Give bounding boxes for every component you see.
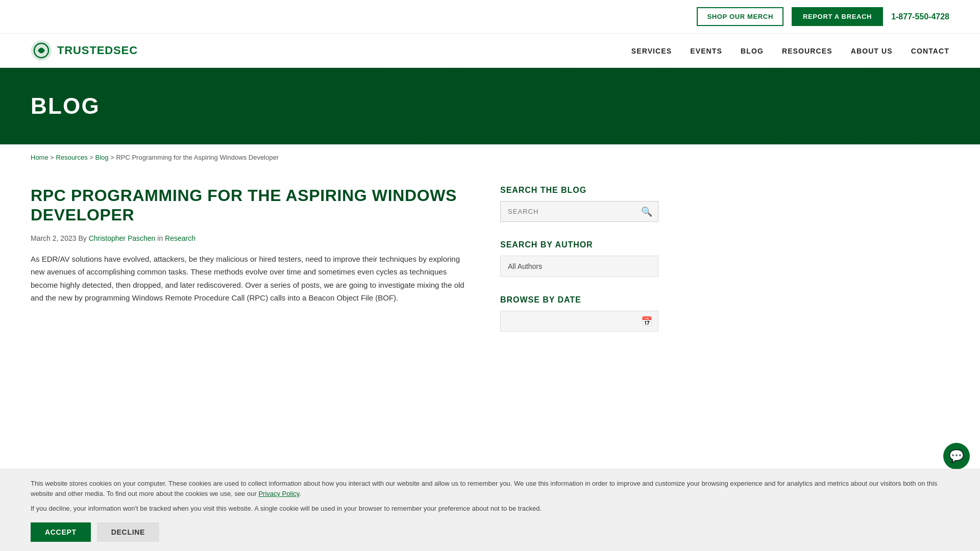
author-select[interactable]: All Authors <box>500 256 658 277</box>
nav-blog[interactable]: BLOG <box>741 47 764 55</box>
nav-about[interactable]: ABOUT US <box>851 47 893 55</box>
main-nav: TrustedSec SERVICES EVENTS BLOG RESOURCE… <box>0 34 980 68</box>
hero-title: BLOG <box>31 93 949 119</box>
article-body: As EDR/AV solutions have evolved, attack… <box>31 253 475 305</box>
breadcrumb-resources[interactable]: Resources <box>56 154 88 161</box>
svg-point-2 <box>39 48 43 53</box>
author-heading: SEARCH BY AUTHOR <box>500 240 658 249</box>
nav-links: SERVICES EVENTS BLOG RESOURCES ABOUT US … <box>631 46 949 55</box>
article-date: March 2, 2023 <box>31 234 77 242</box>
article-category[interactable]: Research <box>165 234 195 242</box>
date-browse-section: BROWSE BY DATE 📅 <box>500 295 658 332</box>
article-meta: March 2, 2023 By Christopher Paschen in … <box>31 234 475 242</box>
shop-merch-button[interactable]: SHOP OUR MERCH <box>697 7 783 26</box>
breadcrumb-current: RPC Programming for the Aspiring Windows… <box>116 154 279 161</box>
report-breach-button[interactable]: REPORT A BREACH <box>792 7 883 26</box>
article-author-prefix: By <box>78 234 86 242</box>
search-box: 🔍 <box>500 201 658 222</box>
sidebar: SEARCH THE BLOG 🔍 SEARCH BY AUTHOR All A… <box>500 186 658 350</box>
breadcrumb-home[interactable]: Home <box>31 154 48 161</box>
date-input[interactable] <box>500 311 658 332</box>
breadcrumb-sep-1: > <box>50 154 56 161</box>
search-blog-section: SEARCH THE BLOG 🔍 <box>500 186 658 222</box>
logo-text: TrustedSec <box>57 44 138 57</box>
article-title: RPC PROGRAMMING FOR THE ASPIRING WINDOWS… <box>31 186 475 225</box>
nav-contact[interactable]: CONTACT <box>911 47 949 55</box>
calendar-icon[interactable]: 📅 <box>641 316 652 327</box>
nav-events[interactable]: EVENTS <box>690 47 722 55</box>
main-article: RPC PROGRAMMING FOR THE ASPIRING WINDOWS… <box>31 186 475 350</box>
nav-services[interactable]: SERVICES <box>631 47 672 55</box>
search-blog-heading: SEARCH THE BLOG <box>500 186 658 195</box>
logo[interactable]: TrustedSec <box>31 40 138 61</box>
breadcrumb: Home > Resources > Blog > RPC Programmin… <box>0 144 980 170</box>
date-input-wrap: 📅 <box>500 311 658 332</box>
content-wrapper: RPC PROGRAMMING FOR THE ASPIRING WINDOWS… <box>0 170 715 381</box>
article-category-prefix: in <box>157 234 163 242</box>
hero-banner: BLOG <box>0 68 980 144</box>
author-search-section: SEARCH BY AUTHOR All Authors <box>500 240 658 277</box>
phone-number[interactable]: 1-877-550-4728 <box>891 12 949 21</box>
search-input[interactable] <box>500 201 658 222</box>
top-bar: SHOP OUR MERCH REPORT A BREACH 1-877-550… <box>0 0 980 34</box>
nav-resources[interactable]: RESOURCES <box>782 47 832 55</box>
breadcrumb-sep-3: > <box>110 154 116 161</box>
search-icon[interactable]: 🔍 <box>641 206 652 217</box>
breadcrumb-blog[interactable]: Blog <box>95 154 109 161</box>
article-author[interactable]: Christopher Paschen <box>89 234 156 242</box>
logo-icon <box>31 40 52 61</box>
date-heading: BROWSE BY DATE <box>500 295 658 305</box>
breadcrumb-sep-2: > <box>89 154 95 161</box>
